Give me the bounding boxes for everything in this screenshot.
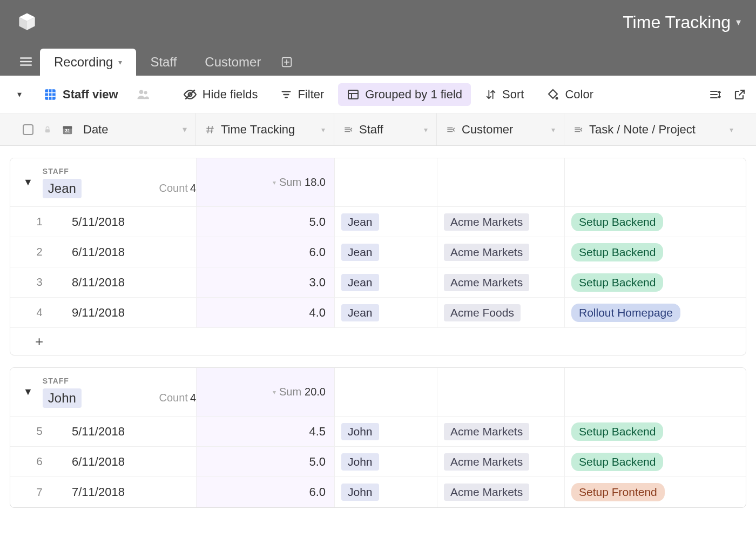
row-height-icon xyxy=(708,88,721,101)
app-title-text: Time Tracking xyxy=(623,12,731,32)
column-menu-button[interactable]: ▾ xyxy=(183,124,187,135)
staff-pill: Jean xyxy=(341,244,379,261)
cell-time[interactable]: 5.0 xyxy=(196,207,334,237)
color-button[interactable]: Color xyxy=(538,83,602,106)
cell-task[interactable]: Setup Frontend xyxy=(564,477,742,507)
group-count: Count4 xyxy=(159,392,197,404)
link-icon xyxy=(446,124,456,135)
cell-task[interactable]: Setup Backend xyxy=(564,417,742,446)
cell-time[interactable]: 4.0 xyxy=(196,298,334,327)
hamburger-icon xyxy=(19,55,33,69)
menu-button[interactable] xyxy=(12,48,40,76)
cell-customer[interactable]: Acme Markets xyxy=(437,447,564,476)
group-summary-time[interactable]: ▾ Sum 18.0 xyxy=(196,158,334,206)
filter-icon xyxy=(280,89,292,100)
group-summary-task xyxy=(564,368,742,416)
views-dropdown[interactable]: ▾ xyxy=(10,85,29,104)
tabs-bar: Recording ▾ Staff Customer xyxy=(0,44,756,76)
cell-time[interactable]: 3.0 xyxy=(196,267,334,297)
app-title-dropdown[interactable]: Time Tracking ▾ xyxy=(623,12,741,32)
view-switcher[interactable]: Staff view xyxy=(35,83,127,106)
group: ▼ STAFF John Count4 ▾ Sum 20.0 5 5/11/20… xyxy=(10,367,746,508)
filter-button[interactable]: Filter xyxy=(272,83,333,106)
table-row[interactable]: 1 5/11/2018 5.0 Jean Acme Markets Setup … xyxy=(10,207,746,237)
cell-task[interactable]: Setup Backend xyxy=(564,267,742,297)
cell-date[interactable]: 6/11/2018 xyxy=(69,455,196,469)
cell-customer[interactable]: Acme Foods xyxy=(437,298,564,327)
cell-staff[interactable]: Jean xyxy=(334,298,437,327)
group-icon xyxy=(347,88,360,101)
customer-pill: Acme Markets xyxy=(444,484,529,501)
cell-date[interactable]: 5/11/2018 xyxy=(69,215,196,229)
cell-task[interactable]: Setup Backend xyxy=(564,207,742,237)
grid-icon xyxy=(43,88,57,102)
cell-staff[interactable]: John xyxy=(334,477,437,507)
customer-pill: Acme Markets xyxy=(444,213,529,231)
column-header-customer[interactable]: Customer ▾ xyxy=(436,113,564,145)
cell-staff[interactable]: Jean xyxy=(334,207,437,237)
table-row[interactable]: 5 5/11/2018 4.5 John Acme Markets Setup … xyxy=(10,417,746,447)
chevron-down-icon: ▾ xyxy=(736,16,741,28)
cell-time[interactable]: 6.0 xyxy=(196,237,334,267)
row-number: 1 xyxy=(10,216,69,228)
cell-time[interactable]: 6.0 xyxy=(196,477,334,507)
group-summary-time[interactable]: ▾ Sum 20.0 xyxy=(196,368,334,416)
cell-staff[interactable]: Jean xyxy=(334,267,437,297)
task-pill: Setup Backend xyxy=(571,213,663,231)
cell-date[interactable]: 5/11/2018 xyxy=(69,425,196,439)
eye-off-icon xyxy=(183,88,197,102)
column-header-staff[interactable]: Staff ▾ xyxy=(334,113,436,145)
tab-customer[interactable]: Customer xyxy=(191,49,275,76)
add-row-button[interactable]: + xyxy=(10,328,746,355)
select-all-checkbox[interactable] xyxy=(23,124,33,135)
table-row[interactable]: 4 9/11/2018 4.0 Jean Acme Foods Rollout … xyxy=(10,298,746,328)
table-row[interactable]: 6 6/11/2018 5.0 John Acme Markets Setup … xyxy=(10,447,746,477)
collaborators-button[interactable] xyxy=(136,87,151,102)
share-button[interactable] xyxy=(733,88,746,101)
cube-icon xyxy=(15,10,39,34)
cell-date[interactable]: 6/11/2018 xyxy=(69,245,196,259)
sum-value: 18.0 xyxy=(305,176,326,189)
cell-date[interactable]: 9/11/2018 xyxy=(69,306,196,320)
group-label: Grouped by 1 field xyxy=(365,88,462,102)
group-summary-customer xyxy=(437,158,564,206)
cell-customer[interactable]: Acme Markets xyxy=(437,477,564,507)
sort-button[interactable]: Sort xyxy=(476,83,532,106)
cell-customer[interactable]: Acme Markets xyxy=(437,237,564,267)
cell-staff[interactable]: Jean xyxy=(334,237,437,267)
staff-pill: John xyxy=(341,423,379,440)
group-collapse-toggle[interactable]: ▼ xyxy=(23,386,33,398)
tab-staff[interactable]: Staff xyxy=(136,49,191,76)
row-height-button[interactable] xyxy=(708,88,721,101)
column-header-task[interactable]: Task / Note / Project ▾ xyxy=(564,113,742,145)
cell-task[interactable]: Setup Backend xyxy=(564,447,742,476)
table-row[interactable]: 2 6/11/2018 6.0 Jean Acme Markets Setup … xyxy=(10,237,746,267)
cell-date[interactable]: 8/11/2018 xyxy=(69,276,196,290)
svg-text:31: 31 xyxy=(65,128,70,133)
add-tab-button[interactable] xyxy=(275,50,299,74)
table-row[interactable]: 7 7/11/2018 6.0 John Acme Markets Setup … xyxy=(10,477,746,507)
cell-customer[interactable]: Acme Markets xyxy=(437,267,564,297)
cell-task[interactable]: Setup Backend xyxy=(564,237,742,267)
cell-date[interactable]: 7/11/2018 xyxy=(69,485,196,499)
group-button[interactable]: Grouped by 1 field xyxy=(338,83,471,106)
cell-customer[interactable]: Acme Markets xyxy=(437,207,564,237)
column-header-time[interactable]: Time Tracking ▾ xyxy=(195,113,334,145)
cell-staff[interactable]: John xyxy=(334,447,437,476)
cell-task[interactable]: Rollout Homepage xyxy=(564,298,742,327)
group-collapse-toggle[interactable]: ▼ xyxy=(23,177,33,188)
sum-value: 20.0 xyxy=(305,386,326,398)
svg-rect-7 xyxy=(45,129,50,132)
cell-staff[interactable]: John xyxy=(334,417,437,446)
hide-fields-button[interactable]: Hide fields xyxy=(174,83,267,106)
staff-pill: Jean xyxy=(341,213,379,231)
paint-icon xyxy=(546,88,559,101)
cell-time[interactable]: 5.0 xyxy=(196,447,334,476)
table-row[interactable]: 3 8/11/2018 3.0 Jean Acme Markets Setup … xyxy=(10,267,746,298)
cell-customer[interactable]: Acme Markets xyxy=(437,417,564,446)
group-summary-task xyxy=(564,158,742,206)
chevron-down-icon: ▾ xyxy=(321,125,325,134)
tab-recording[interactable]: Recording ▾ xyxy=(40,49,136,76)
row-number: 7 xyxy=(10,486,69,499)
cell-time[interactable]: 4.5 xyxy=(196,417,334,446)
